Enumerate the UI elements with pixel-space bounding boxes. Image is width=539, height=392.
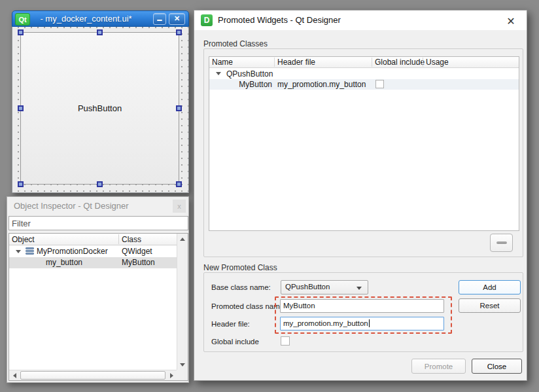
scrollbar-corner: [177, 370, 188, 380]
reset-button[interactable]: Reset: [459, 298, 521, 313]
column-header-name[interactable]: Name: [209, 58, 275, 67]
text-cursor: [369, 319, 370, 327]
scroll-up-icon[interactable]: [177, 234, 188, 244]
form-window-title: - my_docker_content.ui*: [12, 14, 153, 24]
row-name: MyButton: [209, 80, 272, 89]
tree-object-name: my_button: [46, 258, 82, 267]
tree-object-name: MyPromotionDocker: [37, 247, 108, 256]
global-include-label: Global include: [211, 338, 259, 346]
promoted-widgets-dialog: D Promoted Widgets - Qt Designer ✕ Promo…: [194, 10, 527, 381]
pushbutton-label: PushButton: [78, 103, 122, 113]
pushbutton-widget[interactable]: PushButton: [20, 32, 179, 185]
dialog-close-button[interactable]: ✕: [503, 14, 519, 28]
base-class-name-label: Base class name:: [211, 283, 271, 291]
minus-icon: [496, 241, 507, 244]
promoted-class-name-value: MyButton: [283, 302, 315, 310]
object-inspector-titlebar[interactable]: Object Inspector - Qt Designer x: [7, 197, 188, 215]
global-include-checkbox[interactable]: [375, 80, 384, 88]
table-row-mybutton[interactable]: MyButton my_promotion.my_button: [209, 79, 519, 90]
row-header-file: my_promotion.my_button: [277, 80, 366, 89]
inspector-close-button[interactable]: x: [173, 200, 186, 213]
column-header-usage[interactable]: Usage: [423, 58, 449, 67]
header-file-input[interactable]: my_promotion.my_button: [280, 317, 444, 330]
form-editor-window: Qt - my_docker_content.ui* ✕ PushButton: [12, 10, 189, 193]
filter-input[interactable]: Filter: [9, 216, 188, 230]
header-file-label: Header file:: [211, 320, 250, 328]
selection-handle-top-right[interactable]: [176, 29, 182, 35]
tree-row-mypromotiondocker[interactable]: MyPromotionDocker QWidget: [9, 246, 177, 257]
horizontal-scrollbar[interactable]: [9, 370, 177, 380]
tree-row-my-button[interactable]: my_button MyButton: [9, 257, 177, 268]
tree-class-name: MyButton: [122, 258, 155, 267]
selection-handle-middle-left[interactable]: [18, 105, 24, 111]
scroll-left-icon[interactable]: [9, 370, 20, 381]
base-class-combobox[interactable]: QPushButton: [281, 280, 368, 294]
column-header-object[interactable]: Object: [12, 235, 35, 244]
dialog-title: Promoted Widgets - Qt Designer: [218, 15, 341, 25]
tree-class-name: QWidget: [122, 247, 152, 256]
base-class-value: QPushButton: [285, 283, 330, 291]
window-close-button[interactable]: ✕: [169, 13, 185, 25]
selection-handle-bottom-right[interactable]: [176, 181, 182, 187]
column-divider[interactable]: [274, 58, 275, 67]
promoted-classes-label: Promoted Classes: [203, 39, 268, 48]
object-inspector-title: Object Inspector - Qt Designer: [14, 201, 129, 211]
qt-logo-icon: Qt: [15, 13, 30, 26]
minimize-button[interactable]: [153, 13, 166, 25]
selection-handle-top-center[interactable]: [97, 29, 103, 35]
expand-arrow-icon[interactable]: [216, 72, 221, 75]
column-divider[interactable]: [423, 58, 423, 67]
dialog-titlebar[interactable]: D Promoted Widgets - Qt Designer ✕: [194, 10, 527, 30]
column-header-header-file[interactable]: Header file: [275, 58, 372, 67]
row-name: QPushButton: [226, 69, 273, 79]
form-canvas[interactable]: PushButton: [12, 27, 189, 193]
object-tree: Object Class MyPromotionDocker QWidget m…: [9, 233, 188, 381]
form-window-titlebar[interactable]: Qt - my_docker_content.ui* ✕: [12, 10, 189, 27]
global-include-form-checkbox[interactable]: [281, 336, 290, 346]
remove-class-button[interactable]: [490, 234, 513, 252]
desktop: { "form_window": { "icon_text": "Qt", "t…: [0, 0, 539, 392]
promote-button[interactable]: Promote: [411, 359, 466, 374]
close-icon: ✕: [174, 15, 180, 22]
selection-handle-bottom-left[interactable]: [18, 181, 24, 187]
promoted-class-name-label: Promoted class name:: [211, 302, 286, 310]
object-tree-header: Object Class: [9, 234, 177, 245]
qt-designer-icon: D: [201, 14, 213, 26]
scroll-down-icon[interactable]: [177, 359, 188, 370]
widget-stack-icon: [26, 247, 34, 255]
selection-handle-bottom-center[interactable]: [97, 181, 103, 187]
promoted-classes-table: Name Header file Global include Usage QP…: [209, 56, 519, 231]
add-button[interactable]: Add: [459, 280, 521, 294]
column-header-class[interactable]: Class: [122, 235, 141, 244]
column-divider[interactable]: [118, 234, 119, 244]
minimize-icon: [157, 20, 162, 21]
table-row-qpushbutton[interactable]: QPushButton: [209, 69, 519, 79]
vertical-scrollbar[interactable]: [177, 234, 188, 370]
selection-handle-middle-right[interactable]: [176, 105, 182, 111]
new-promoted-class-label: New Promoted Class: [203, 263, 277, 272]
promoted-class-name-input[interactable]: MyButton: [280, 299, 444, 313]
header-file-value: my_promotion.my_button: [283, 319, 368, 327]
table-header: Name Header file Global include Usage: [209, 57, 519, 68]
dialog-close-footer-button[interactable]: Close: [472, 359, 522, 374]
chevron-down-icon: [356, 287, 362, 290]
object-inspector-panel: Object Inspector - Qt Designer x Filter …: [7, 196, 189, 383]
column-divider[interactable]: [372, 58, 372, 67]
selection-handle-top-left[interactable]: [18, 29, 24, 35]
scroll-right-icon[interactable]: [166, 370, 177, 381]
horizontal-scroll-thumb[interactable]: [20, 371, 165, 380]
expand-arrow-icon[interactable]: [16, 250, 21, 253]
column-header-global-include[interactable]: Global include: [372, 58, 423, 67]
